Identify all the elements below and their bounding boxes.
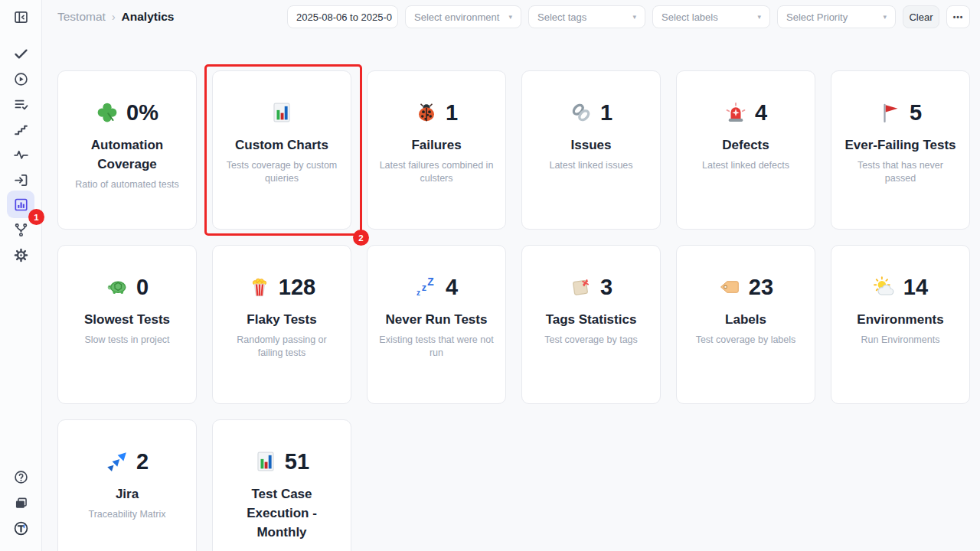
breadcrumb: Testomat › Analytics <box>57 10 174 24</box>
topbar: Testomat › Analytics 2025-08-06 to 2025-… <box>42 0 980 34</box>
filter-select-select-environment[interactable]: Select environment▾ <box>405 5 521 28</box>
card-never-run-tests[interactable]: zzZ 4 Never Run Tests Existing tests tha… <box>367 245 506 404</box>
card-automation-coverage[interactable]: 0% Automation Coverage Ratio of automate… <box>57 70 197 230</box>
card-slowest-tests[interactable]: 0 Slowest Tests Slow tests in project <box>57 245 197 404</box>
bar-chart-emoji-icon <box>254 450 277 473</box>
date-range-input[interactable]: 2025-08-06 to 2025-0 <box>287 5 398 28</box>
jira-icon <box>106 450 129 473</box>
filter-select-select-priority[interactable]: Select Priority▾ <box>777 5 896 28</box>
flag-icon <box>879 101 902 124</box>
card-value: 5 <box>910 100 922 126</box>
breadcrumb-project[interactable]: Testomat <box>57 10 106 24</box>
panel-toggle-icon <box>13 9 29 25</box>
card-title: Test Case Execution - Monthly <box>224 484 340 542</box>
card-subtitle: Test coverage by labels <box>688 334 804 347</box>
card-subtitle: Tests that has never passed <box>842 159 959 185</box>
select-placeholder: Select tags <box>537 11 586 23</box>
card-subtitle: Run Environments <box>842 334 959 347</box>
filter-select-select-labels[interactable]: Select labels▾ <box>652 5 770 28</box>
clear-filters-button[interactable]: Clear <box>903 5 939 28</box>
sidebar-item-steps[interactable] <box>7 116 34 143</box>
select-placeholder: Select environment <box>414 11 499 23</box>
card-test-case-execution-monthly[interactable]: 51 Test Case Execution - Monthly <box>212 419 351 551</box>
app: Testomat › Analytics 2025-08-06 to 2025-… <box>0 0 980 551</box>
card-value: 3 <box>600 275 612 300</box>
card-title: Issues <box>533 135 649 155</box>
sidebar-item-panel-toggle[interactable] <box>7 3 34 31</box>
gear-icon <box>13 247 29 263</box>
clover-icon <box>96 101 119 124</box>
card-subtitle: Traceability Matrix <box>69 508 185 521</box>
card-issues[interactable]: 1 Issues Latest linked issues <box>521 70 661 230</box>
chevron-down-icon: ▾ <box>883 13 887 21</box>
card-title: Defects <box>688 135 804 155</box>
card-title: Ever-Failing Tests <box>842 135 959 155</box>
link-icon <box>570 101 593 124</box>
ladybug-icon <box>415 101 438 124</box>
card-custom-charts[interactable]: Custom Charts Tests coverage by custom q… <box>212 70 351 230</box>
help-icon <box>13 469 29 485</box>
card-labels[interactable]: 23 Labels Test coverage by labels <box>676 245 815 404</box>
card-title: Tags Statistics <box>533 310 649 329</box>
card-title: Slowest Tests <box>69 310 185 329</box>
card-flaky-tests[interactable]: 128 Flaky Tests Randomly passing or fail… <box>212 245 351 404</box>
docs-icon <box>13 495 29 511</box>
card-subtitle: Randomly passing or failing tests <box>224 334 340 360</box>
card-title: Labels <box>688 310 804 329</box>
annotation-badge: 2 <box>353 230 369 246</box>
filter-select-select-tags[interactable]: Select tags▾ <box>528 5 645 28</box>
chevron-down-icon: ▾ <box>632 13 636 21</box>
card-subtitle: Latest failures combined in culsters <box>378 159 495 185</box>
svg-text:Z: Z <box>427 276 433 288</box>
card-title: Jira <box>69 484 185 504</box>
sidebar-item-help[interactable] <box>7 463 34 491</box>
card-value: 1 <box>600 100 612 126</box>
branch-icon <box>13 222 29 238</box>
card-title: Automation Coverage <box>69 135 185 174</box>
play-circle-icon <box>13 71 29 87</box>
sidebar-item-activity[interactable] <box>7 141 34 168</box>
card-subtitle: Latest linked defects <box>688 159 804 172</box>
breadcrumb-separator-icon: › <box>112 11 116 23</box>
turtle-icon <box>106 276 129 298</box>
sidebar-item-check[interactable] <box>7 40 34 67</box>
label-icon <box>718 276 741 298</box>
card-value: 4 <box>755 100 767 126</box>
card-jira[interactable]: 2 Jira Traceability Matrix <box>57 419 197 551</box>
sidebar <box>0 0 42 551</box>
card-subtitle: Tests coverage by custom quieries <box>224 159 340 185</box>
card-title: Custom Charts <box>224 135 340 155</box>
sidebar-item-gear[interactable] <box>7 241 34 269</box>
sidebar-item-play-circle[interactable] <box>7 65 34 93</box>
card-title: Failures <box>378 135 495 155</box>
cards-grid: 0% Automation Coverage Ratio of automate… <box>57 70 970 551</box>
beacon-icon <box>724 101 747 124</box>
activity-icon <box>13 147 29 163</box>
breadcrumb-page-title: Analytics <box>122 10 175 24</box>
card-value: 2 <box>136 449 149 474</box>
card-value: 51 <box>285 449 309 474</box>
sidebar-item-testomat-logo[interactable] <box>7 514 34 542</box>
sidebar-item-list-check[interactable] <box>7 90 34 118</box>
card-value: 23 <box>749 275 773 300</box>
main-content: Testomat › Analytics 2025-08-06 to 2025-… <box>42 0 980 551</box>
card-ever-failing-tests[interactable]: 5 Ever-Failing Tests Tests that has neve… <box>831 70 970 230</box>
card-environments[interactable]: 14 Environments Run Environments <box>831 245 970 404</box>
card-title: Environments <box>842 310 959 329</box>
card-value: 0 <box>136 275 149 300</box>
select-placeholder: Select Priority <box>786 11 848 23</box>
card-failures[interactable]: 1 Failures Latest failures combined in c… <box>367 70 506 230</box>
card-value: 14 <box>903 275 928 300</box>
sidebar-item-docs[interactable] <box>7 489 34 517</box>
card-tags-statistics[interactable]: 3 Tags Statistics Test coverage by tags <box>521 245 661 404</box>
more-options-button[interactable]: ••• <box>946 5 970 28</box>
select-placeholder: Select labels <box>662 11 718 23</box>
card-value: 128 <box>279 275 315 300</box>
bar-chart-emoji-icon <box>270 101 293 124</box>
zzz-icon: zzZ <box>415 276 438 298</box>
sidebar-item-sign-in[interactable] <box>7 166 34 194</box>
card-subtitle: Slow tests in project <box>69 334 185 347</box>
card-defects[interactable]: 4 Defects Latest linked defects <box>676 70 815 230</box>
popcorn-icon <box>248 276 271 298</box>
testomat-logo-icon <box>13 520 29 536</box>
